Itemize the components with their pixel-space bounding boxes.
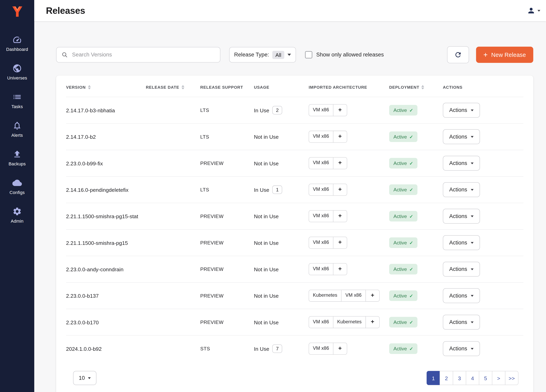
actions-button[interactable]: Actions: [443, 103, 480, 118]
version-cell[interactable]: 2.23.0.0-b99-fix: [66, 160, 146, 166]
architecture-chip[interactable]: VM x86: [309, 210, 333, 222]
allowed-releases-toggle[interactable]: Show only allowed releases: [305, 51, 384, 58]
actions-button[interactable]: Actions: [443, 341, 480, 356]
actions-button[interactable]: Actions: [443, 156, 480, 170]
allowed-releases-checkbox[interactable]: [305, 51, 312, 58]
chevron-down-icon: [538, 10, 540, 12]
page-button-3[interactable]: 3: [453, 371, 466, 385]
version-cell[interactable]: 2.21.1.1500-smishra-pg15-stat: [66, 213, 146, 219]
add-architecture-button[interactable]: +: [333, 210, 347, 222]
deployment-cell: Active ✓: [389, 184, 443, 195]
usage-text: Not in Use: [254, 160, 279, 166]
actions-button[interactable]: Actions: [443, 235, 480, 250]
usage-cell: Not in Use: [254, 293, 309, 299]
actions-button[interactable]: Actions: [443, 182, 480, 197]
column-header-version[interactable]: VERSION: [66, 85, 146, 89]
page-size-dropdown[interactable]: 10: [73, 371, 97, 385]
column-header-release-date[interactable]: RELEASE DATE: [146, 85, 200, 89]
add-architecture-button[interactable]: +: [333, 263, 347, 275]
add-architecture-button[interactable]: +: [333, 343, 347, 355]
deployment-cell: Active ✓: [389, 264, 443, 274]
check-icon: ✓: [409, 134, 413, 139]
actions-button[interactable]: Actions: [443, 288, 480, 303]
usage-cell: Not in Use: [254, 266, 309, 272]
architecture-cell: VM x86 +: [309, 184, 389, 196]
status-text: Active: [393, 213, 407, 219]
add-architecture-button[interactable]: +: [333, 237, 347, 249]
actions-cell: Actions: [443, 209, 523, 224]
version-cell[interactable]: 2.14.17.0-b2: [66, 134, 146, 140]
sidebar-item-backups[interactable]: Backups: [0, 143, 34, 172]
version-cell[interactable]: 2.21.1.1500-smishra-pg15: [66, 240, 146, 246]
architecture-chip[interactable]: VM x86: [309, 343, 333, 355]
release-support-cell: PREVIEW: [200, 293, 254, 299]
usage-text: In Use: [254, 187, 269, 193]
architecture-chip[interactable]: VM x86: [309, 184, 333, 196]
refresh-icon: [454, 51, 462, 59]
add-architecture-button[interactable]: +: [365, 316, 379, 328]
deployment-cell: Active ✓: [389, 211, 443, 222]
architecture-chip[interactable]: VM x86: [309, 263, 333, 275]
usage-count-badge[interactable]: 7: [273, 344, 282, 353]
version-cell[interactable]: 2.14.16.0-pendingdeletefix: [66, 187, 146, 193]
sidebar-item-admin[interactable]: Admin: [0, 201, 34, 229]
sidebar-item-universes[interactable]: Universes: [0, 58, 34, 86]
main-area: Releases Release Type: All: [34, 0, 546, 392]
release-type-filter[interactable]: Release Type: All: [229, 47, 296, 63]
version-cell[interactable]: 2.23.0.0-b170: [66, 319, 146, 325]
add-architecture-button[interactable]: +: [333, 104, 347, 116]
architecture-chip[interactable]: VM x86: [341, 290, 366, 301]
new-release-button[interactable]: + New Release: [476, 47, 533, 63]
actions-button[interactable]: Actions: [443, 262, 480, 276]
usage-text: Not in Use: [254, 240, 279, 246]
page-button-2[interactable]: 2: [440, 371, 453, 385]
release-type-value[interactable]: All: [272, 51, 284, 59]
architecture-chip[interactable]: VM x86: [309, 131, 333, 143]
add-architecture-button[interactable]: +: [333, 157, 347, 169]
sidebar-item-configs[interactable]: Configs: [0, 172, 34, 201]
actions-cell: Actions: [443, 262, 523, 276]
version-cell[interactable]: 2.23.0.0-andy-conndrain: [66, 266, 146, 272]
actions-cell: Actions: [443, 288, 523, 303]
architecture-chip[interactable]: Kubernetes: [309, 290, 341, 301]
actions-cell: Actions: [443, 341, 523, 356]
sort-icon[interactable]: [88, 85, 91, 89]
search-input[interactable]: [71, 51, 215, 58]
last-page-button[interactable]: >>: [505, 371, 518, 385]
refresh-button[interactable]: [447, 46, 469, 63]
architecture-chip[interactable]: VM x86: [309, 104, 333, 116]
version-cell[interactable]: 2.23.0.0-b137: [66, 293, 146, 299]
table-row: 2.23.0.0-andy-conndrain PREVIEW Not in U…: [66, 256, 523, 282]
user-menu[interactable]: [527, 7, 540, 15]
add-architecture-button[interactable]: +: [333, 131, 347, 143]
actions-button[interactable]: Actions: [443, 129, 480, 144]
architecture-chip[interactable]: Kubernetes: [333, 316, 366, 328]
architecture-cell: VM x86 +: [309, 157, 389, 169]
sort-icon[interactable]: [181, 85, 184, 89]
column-header-deployment[interactable]: DEPLOYMENT: [389, 85, 443, 89]
column-header-usage: USAGE: [254, 85, 309, 89]
usage-count-badge[interactable]: 1: [273, 185, 282, 194]
architecture-chip[interactable]: VM x86: [309, 316, 333, 328]
page-button-5[interactable]: 5: [479, 371, 492, 385]
add-architecture-button[interactable]: +: [365, 290, 379, 301]
yugabyte-logo[interactable]: [9, 4, 26, 21]
architecture-chip[interactable]: VM x86: [309, 157, 333, 169]
architecture-chip[interactable]: VM x86: [309, 237, 333, 249]
sidebar-item-tasks[interactable]: Tasks: [0, 86, 34, 115]
version-cell[interactable]: 2024.1.0.0-b92: [66, 346, 146, 352]
actions-button[interactable]: Actions: [443, 315, 480, 330]
usage-cell: In Use 7: [254, 344, 309, 353]
page-button-1[interactable]: 1: [427, 371, 440, 385]
sidebar-item-dashboard[interactable]: Dashboard: [0, 29, 34, 58]
usage-cell: Not in Use: [254, 240, 309, 246]
version-cell[interactable]: 2.14.17.0-b3-nbhatia: [66, 107, 146, 113]
actions-button[interactable]: Actions: [443, 209, 480, 224]
add-architecture-button[interactable]: +: [333, 184, 347, 196]
sort-icon[interactable]: [422, 85, 424, 89]
next-page-button[interactable]: >: [492, 371, 505, 385]
chevron-down-icon: [288, 54, 291, 56]
page-button-4[interactable]: 4: [466, 371, 479, 385]
sidebar-item-alerts[interactable]: Alerts: [0, 115, 34, 143]
usage-count-badge[interactable]: 2: [273, 106, 282, 114]
